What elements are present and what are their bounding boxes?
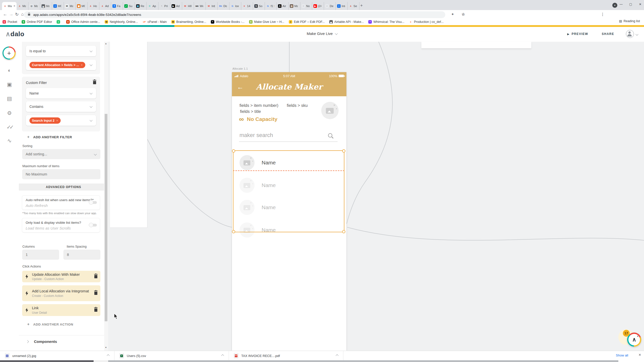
phone-title[interactable]: Allocate Maker	[232, 82, 346, 91]
browser-tab[interactable]: i Integra	[336, 2, 348, 10]
reading-list-button[interactable]: ▤ Reading list	[619, 19, 640, 23]
account-avatar-icon[interactable]	[626, 30, 634, 38]
download-menu-icon[interactable]	[221, 354, 224, 357]
browser-tab[interactable]: S Social	[253, 2, 265, 10]
search-input[interactable]: maker search	[239, 132, 273, 139]
add-another-action-button[interactable]: +ADD ANOTHER ACTION	[27, 322, 73, 327]
browser-tab[interactable]: M Inbox (	[206, 2, 218, 10]
bookmark-item[interactable]: S Make Give Live ~ H...	[249, 20, 284, 24]
tab-close-icon[interactable]: ✕	[13, 5, 15, 7]
bookmark-item[interactable]: ▄ Airtable API - Make...	[329, 20, 364, 24]
browser-tab[interactable]: Dc Discou	[218, 2, 229, 10]
show-all-downloads-button[interactable]: Show all	[616, 353, 628, 357]
bookmark-item[interactable]: O Office Admin cente...	[66, 20, 100, 24]
tab-search-button[interactable]: ▼	[612, 3, 617, 8]
click-action-card[interactable]: Link User Detail	[22, 304, 100, 316]
image-placeholder[interactable]: ✦	[321, 102, 339, 119]
bookmark-star-icon[interactable]: ☆	[461, 12, 466, 17]
address-bar[interactable]: app.adalo.com/apps/e2a5c5c6-85f4-4eab-b3…	[24, 11, 445, 18]
key-icon[interactable]: ⌖	[450, 12, 455, 17]
editor-canvas[interactable]: Allocate 1.1 Adalo 5:07 AM 100% ← Alloca…	[108, 42, 644, 351]
browser-tab[interactable]: ▣ Make (	[28, 2, 40, 10]
browser-tab[interactable]: i MGL A	[52, 2, 64, 10]
bookmark-item[interactable]: M Brainwriting, Online...	[171, 20, 206, 24]
bookmark-item[interactable]: * Worldwide Books -...	[211, 20, 245, 24]
resize-handle[interactable]	[342, 230, 345, 233]
selection-outline[interactable]	[233, 150, 344, 232]
columns-input[interactable]: 1	[22, 250, 59, 260]
url-text[interactable]: app.adalo.com/apps/e2a5c5c6-85f4-4eab-b3…	[33, 13, 141, 17]
capacity-indicator[interactable]: ∞ No Capacity	[239, 116, 277, 122]
settings-gear-icon[interactable]: ⚙	[0, 110, 19, 116]
bookmark-item[interactable]: c Production | co_def...	[409, 20, 444, 24]
browser-tab[interactable]: M Make (	[64, 2, 76, 10]
browser-tab[interactable]: f Facebo	[111, 2, 123, 10]
bookmark-item[interactable]: 2 Edit PDF – Edit PDF...	[289, 20, 325, 24]
field-binding-text[interactable]: fields > item number)	[239, 103, 278, 108]
custom-filter-operator-dropdown[interactable]: Contains	[26, 101, 96, 112]
browser-tab[interactable]: ○ Demo	[324, 2, 336, 10]
preview-button[interactable]: ▶PREVIEW	[567, 32, 588, 36]
publish-icon[interactable]: ✓✓	[0, 124, 19, 130]
home-button[interactable]: ⌂	[21, 12, 24, 17]
browser-tab[interactable]: G low co	[229, 2, 241, 10]
chip-remove-icon[interactable]: ×	[56, 119, 58, 122]
download-menu-icon[interactable]	[336, 354, 338, 357]
browser-tab[interactable]: G f1 fren	[265, 2, 277, 10]
phone-screen[interactable]: Adalo 5:07 AM 100% ← Allocate Maker fiel…	[232, 72, 346, 351]
browser-tab[interactable]: ○ NoCod	[300, 2, 312, 10]
browser-tab[interactable]: ▦ Make (	[289, 2, 300, 10]
max-items-input[interactable]: No Maximum	[22, 169, 100, 179]
filter-value-dropdown[interactable]: Current Allocation > fields > ...×	[26, 60, 96, 70]
resize-handle[interactable]	[232, 149, 235, 153]
browser-tab[interactable]: ▄ Make (	[40, 2, 52, 10]
window-minimize-button[interactable]: —	[617, 1, 625, 8]
delete-action-icon[interactable]	[94, 275, 97, 278]
screens-icon[interactable]: ▣	[0, 81, 19, 87]
bookmark-item[interactable]: * Whimsical: The Visu...	[368, 20, 404, 24]
add-another-filter-button[interactable]: +ADD ANOTHER FILTER	[27, 135, 72, 139]
screen-label[interactable]: Allocate 1.1	[232, 67, 248, 70]
browser-tab[interactable]: ∧ Search	[348, 2, 359, 10]
database-icon[interactable]: ▤	[0, 96, 19, 102]
browser-tab[interactable]: ∧ Make (	[17, 2, 28, 10]
download-menu-icon[interactable]	[107, 354, 109, 357]
browser-tab[interactable]: we WeTra	[194, 2, 206, 10]
browser-tab[interactable]: ∧ How to	[88, 2, 99, 10]
browser-tab[interactable]: ∧ Adalo (	[99, 2, 111, 10]
sorting-dropdown[interactable]: Add sorting...	[22, 149, 100, 159]
resize-handle[interactable]	[232, 230, 235, 233]
browser-tab[interactable]: ◔ Pricing	[158, 2, 170, 10]
scroll-up-icon[interactable]: ▲	[105, 42, 107, 45]
click-action-card[interactable]: Update Allocation With Maker Update - Cu…	[22, 271, 100, 282]
visible-items-toggle[interactable]	[89, 224, 97, 227]
filter-operator-dropdown[interactable]: Is equal to	[26, 46, 96, 56]
bookmark-item[interactable]: »	[57, 20, 62, 24]
browser-tab[interactable]: ◉ React A	[135, 2, 147, 10]
new-tab-button[interactable]: +	[360, 3, 363, 8]
branding-icon[interactable]: ◐	[0, 67, 19, 73]
chrome-menu-icon[interactable]: ⋮	[600, 12, 605, 17]
filter-value-chip[interactable]: Search Input 2×	[29, 117, 61, 124]
components-section-toggle[interactable]: Components	[26, 339, 57, 344]
auto-refresh-toggle[interactable]	[89, 201, 97, 204]
window-maximize-button[interactable]: ▢	[626, 1, 635, 8]
reload-button[interactable]: ↻	[15, 12, 19, 17]
window-close-button[interactable]: ✕	[636, 1, 644, 8]
browser-tab[interactable]: M HIREA(	[182, 2, 194, 10]
scrollbar-thumb[interactable]	[105, 114, 107, 321]
panel-scrollbar[interactable]: ▲ ▼	[104, 42, 108, 351]
back-button[interactable]: ←	[3, 12, 7, 17]
field-binding-text[interactable]: fields > sku	[287, 103, 308, 108]
browser-tab[interactable]: ▦ MGL A	[76, 2, 88, 10]
bookmark-item[interactable]: M Neighborly, Online...	[105, 20, 138, 24]
custom-filter-field-dropdown[interactable]: Name	[26, 88, 96, 99]
download-item[interactable]: PDF TAX INVOICE RECE....pdf	[229, 351, 343, 360]
bookmark-item[interactable]: S Online PDF Editor	[22, 20, 52, 24]
delete-action-icon[interactable]	[94, 292, 97, 295]
add-component-button[interactable]: +	[3, 47, 16, 60]
hscrollbar-thumb[interactable]	[0, 360, 94, 362]
download-item[interactable]: X Users (5).csv	[114, 351, 229, 360]
resize-handle[interactable]	[342, 149, 345, 153]
browser-tab[interactable]: ● 14 Pe	[241, 2, 253, 10]
